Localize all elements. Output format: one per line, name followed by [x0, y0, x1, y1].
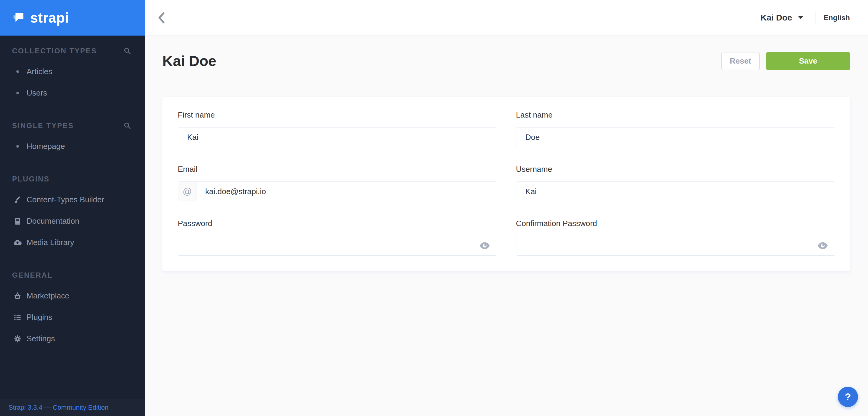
- topbar-divider: [815, 11, 816, 25]
- section-collection-types-label: COLLECTION TYPES: [12, 47, 97, 55]
- sidebar-item-settings[interactable]: Settings: [0, 328, 145, 349]
- search-icon[interactable]: [123, 47, 132, 55]
- bullet-icon: [12, 88, 23, 99]
- strapi-logo-text: strapi: [30, 11, 69, 25]
- first-name-label: First name: [178, 110, 497, 119]
- sidebar-item-articles[interactable]: Articles: [0, 61, 145, 82]
- question-mark-icon: ?: [845, 391, 851, 403]
- app-version-link[interactable]: Strapi 3.3.4 — Community Edition: [0, 399, 145, 416]
- topbar: Kai Doe English: [145, 0, 868, 36]
- field-confirmation-password: Confirmation Password: [516, 219, 835, 256]
- email-input[interactable]: [178, 181, 497, 201]
- confirmation-password-label: Confirmation Password: [516, 219, 835, 228]
- last-name-input[interactable]: [516, 127, 835, 147]
- strapi-logo[interactable]: strapi: [0, 0, 145, 36]
- back-button[interactable]: [145, 0, 178, 35]
- field-last-name: Last name: [516, 110, 835, 147]
- gear-icon: [12, 334, 23, 344]
- password-input[interactable]: [178, 236, 497, 256]
- sidebar-item-content-types-builder[interactable]: Content-Types Builder: [0, 189, 145, 210]
- edit-user-card: First name Last name Email: [162, 97, 850, 271]
- paintbrush-icon: [12, 195, 23, 205]
- page-title: Kai Doe: [162, 52, 216, 70]
- section-general-label: GENERAL: [12, 271, 53, 279]
- section-general: GENERAL: [0, 271, 145, 349]
- basket-icon: [12, 290, 23, 302]
- field-password: Password: [178, 219, 497, 256]
- section-single-types: SINGLE TYPES Homepage: [0, 121, 145, 157]
- first-name-input[interactable]: [178, 127, 497, 147]
- field-email: Email @: [178, 165, 497, 201]
- field-first-name: First name: [178, 110, 497, 147]
- sidebar-item-plugins[interactable]: Plugins: [0, 307, 145, 328]
- section-single-types-label: SINGLE TYPES: [12, 122, 74, 130]
- confirmation-password-input[interactable]: [516, 236, 835, 256]
- book-icon: [12, 216, 23, 227]
- sidebar-item-media-library[interactable]: Media Library: [0, 232, 145, 253]
- at-sign-prefix: @: [178, 182, 197, 201]
- sidebar-item-homepage[interactable]: Homepage: [0, 136, 145, 157]
- username-label: Username: [516, 165, 835, 174]
- app-window: strapi COLLECTION TYPES Articles: [0, 0, 868, 416]
- user-menu-name: Kai Doe: [761, 13, 792, 23]
- sidebar-nav: COLLECTION TYPES Articles Users: [0, 46, 145, 349]
- sidebar-item-marketplace[interactable]: Marketplace: [0, 285, 145, 307]
- reset-button[interactable]: Reset: [721, 52, 760, 70]
- bullet-icon: [12, 141, 23, 152]
- eye-icon: [479, 242, 490, 249]
- cloud-upload-icon: [12, 237, 23, 248]
- page-header: Kai Doe Reset Save: [162, 52, 850, 70]
- main-area: Kai Doe English Kai Doe Reset Save: [145, 0, 868, 416]
- eye-icon: [817, 242, 828, 249]
- search-icon[interactable]: [123, 122, 132, 130]
- toggle-password-visibility-button[interactable]: [478, 241, 491, 250]
- bullet-icon: [12, 66, 23, 77]
- content: Kai Doe Reset Save First name Last nam: [145, 36, 868, 271]
- caret-down-icon: [798, 16, 803, 19]
- save-button[interactable]: Save: [766, 52, 850, 70]
- last-name-label: Last name: [516, 110, 835, 119]
- language-selector[interactable]: English: [824, 13, 850, 22]
- field-username: Username: [516, 165, 835, 201]
- help-button[interactable]: ?: [838, 387, 858, 407]
- user-menu[interactable]: Kai Doe: [761, 13, 803, 23]
- username-input[interactable]: [516, 181, 835, 201]
- sidebar: strapi COLLECTION TYPES Articles: [0, 0, 145, 416]
- email-label: Email: [178, 165, 497, 174]
- sidebar-item-documentation[interactable]: Documentation: [0, 210, 145, 232]
- section-plugins: PLUGINS Content-Types Builder: [0, 175, 145, 253]
- section-plugins-label: PLUGINS: [12, 175, 50, 183]
- password-label: Password: [178, 219, 497, 228]
- list-icon: [12, 312, 23, 323]
- strapi-flag-icon: [11, 11, 25, 25]
- section-collection-types: COLLECTION TYPES Articles Users: [0, 46, 145, 104]
- toggle-password-visibility-button[interactable]: [816, 241, 829, 250]
- chevron-left-icon: [158, 12, 165, 24]
- sidebar-item-users[interactable]: Users: [0, 82, 145, 104]
